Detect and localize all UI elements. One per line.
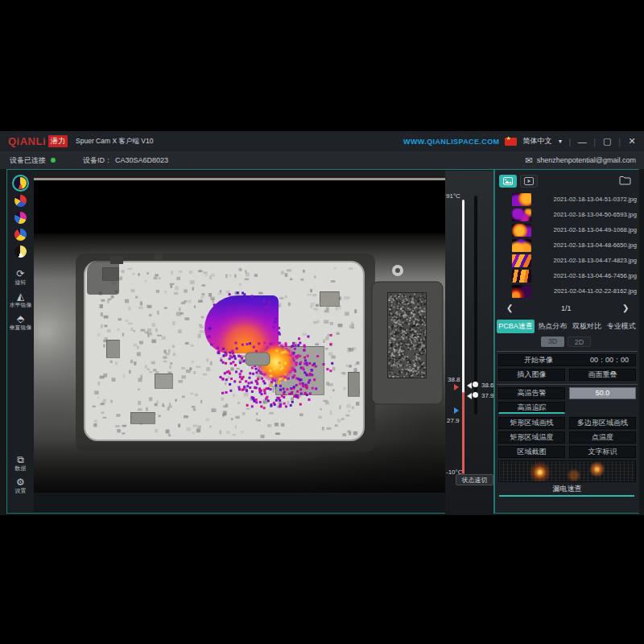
settings-gear-icon: ⚙ <box>7 477 34 487</box>
gallery-row[interactable]: 2021-02-18-13-04-46-7456.jpg <box>500 268 637 283</box>
polygon-region-line-button[interactable]: 多边形区域画线 <box>569 417 636 429</box>
mirror-horizontal-icon: ◭ <box>7 291 34 301</box>
range-high-handle[interactable] <box>473 382 478 387</box>
thumbnail <box>512 208 531 221</box>
mode-3d-button[interactable]: 3D <box>541 336 564 347</box>
data-button[interactable]: ⧉ 数据 <box>7 455 34 473</box>
high-marker-icon[interactable] <box>454 384 459 390</box>
region-screenshot-button[interactable]: 区域截图 <box>498 446 565 458</box>
china-flag-icon <box>505 138 517 146</box>
mirror-vertical-button[interactable]: ⬘ 垂直镜像 <box>7 314 34 332</box>
gallery-row[interactable]: 2021-02-18-13-04-51-0372.jpg <box>500 192 637 207</box>
maximize-button[interactable]: ▢ <box>601 136 613 147</box>
palette-rainbow[interactable] <box>14 195 27 207</box>
rotate-button[interactable]: ⟳ 旋转 <box>7 269 34 287</box>
text-annotation-button[interactable]: 文字标识 <box>569 446 636 458</box>
data-layers-icon: ⧉ <box>7 455 34 464</box>
high-temp-alarm-button[interactable]: 高温告警 <box>498 387 565 399</box>
leakage-quickcheck-button[interactable]: 漏电速查 <box>495 484 639 494</box>
file-name: 2021-02-18-13-04-50-6593.jpg <box>537 211 637 218</box>
frame-overlay-button[interactable]: 画面重叠 <box>569 369 636 381</box>
tab-professional-mode[interactable]: 专业模式 <box>605 320 638 333</box>
state-switch-button[interactable]: 状态速切 <box>456 474 493 485</box>
close-button[interactable]: ✕ <box>626 136 638 147</box>
open-folder-button[interactable] <box>619 175 631 185</box>
palette-iron[interactable] <box>14 177 27 189</box>
file-name: 2021-02-18-13-04-48-6650.jpg <box>537 242 637 249</box>
rect-region-temp-button[interactable]: 矩形区域温度 <box>498 431 565 444</box>
settings-button[interactable]: ⚙ 设置 <box>7 477 34 495</box>
rotate-icon: ⟳ <box>7 269 34 279</box>
video-gallery-tab[interactable] <box>520 175 538 188</box>
status-bar: 设备已连接 设备ID： CA30SA6D8023 ✉ shenzhenpoten… <box>0 151 644 169</box>
scale-track-low[interactable] <box>462 392 464 477</box>
gallery-next-button[interactable]: ❯ <box>622 303 629 312</box>
left-toolbar: ⟳ 旋转 ◭ 水平镜像 ⬘ 垂直镜像 ⧉ 数据 ⚙ 设置 <box>7 170 34 512</box>
video-icon <box>524 177 534 185</box>
image-icon <box>503 177 513 185</box>
thumbnail <box>512 254 531 267</box>
file-name: 2021-02-04-11-02-22-8162.jpg <box>537 287 637 295</box>
alarm-threshold-input[interactable]: 50.0 <box>569 387 636 399</box>
gallery-prev-button[interactable]: ❮ <box>506 303 513 312</box>
gallery-row[interactable]: 2021-02-18-13-04-49-1068.jpg <box>500 222 637 237</box>
range-high-arrow-icon[interactable] <box>467 382 472 389</box>
mode-tabs: PCBA速查 热点分布 双板对比 专业模式 <box>497 320 638 333</box>
brand-badge: 潜力 <box>48 135 68 147</box>
range-low-handle[interactable] <box>473 392 478 398</box>
palette-cool[interactable] <box>14 229 27 241</box>
image-gallery-tab[interactable] <box>499 175 517 188</box>
palette-amber[interactable] <box>14 246 27 258</box>
screen: QiANLi 潜力 Spuer Cam X 客户端 V10 WWW.QIANLI… <box>0 0 644 644</box>
low-marker-icon[interactable] <box>454 407 459 414</box>
website-link[interactable]: WWW.QIANLISPACE.COM <box>403 138 499 146</box>
connection-status: 设备已连接 <box>10 155 46 166</box>
gallery-row[interactable]: 2021-02-04-11-02-22-8162.jpg <box>500 283 637 299</box>
record-row[interactable]: 开始录像 00：00：00 <box>498 354 636 366</box>
record-timer: 00：00：00 <box>578 355 635 365</box>
low-marker-label: 27.9 <box>447 417 460 424</box>
scale-max-label: 91°C <box>446 192 460 200</box>
gallery-row[interactable]: 2021-02-18-13-04-47-4823.jpg <box>500 253 637 268</box>
thumbnail <box>512 285 531 298</box>
app-window: QiANLi 潜力 Spuer Cam X 客户端 V10 WWW.QIANLI… <box>0 131 644 515</box>
tab-hotspot-distribution[interactable]: 热点分布 <box>536 320 569 333</box>
tab-dual-board-compare[interactable]: 双板对比 <box>571 320 604 333</box>
file-name: 2021-02-18-13-04-51-0372.jpg <box>537 196 637 203</box>
range-low-arrow-icon[interactable] <box>467 393 472 399</box>
thermal-image-view[interactable] <box>34 171 445 493</box>
chevron-down-icon[interactable]: ▼ <box>557 138 563 144</box>
record-button[interactable]: 开始录像 <box>499 355 578 365</box>
settings-label: 设置 <box>8 487 32 494</box>
point-temp-button[interactable]: 点温度 <box>569 431 636 444</box>
rotate-label: 旋转 <box>8 279 32 286</box>
brand-logo: QiANLi <box>8 135 46 147</box>
thumbnail <box>512 224 531 237</box>
mirror-horizontal-button[interactable]: ◭ 水平镜像 <box>7 291 34 309</box>
account-email: shenzhenpotential@gmail.com <box>537 156 636 164</box>
temperature-scale: 91°C -10°C 38.8 27.9 38.6 37.9 状态速切 <box>445 171 493 514</box>
file-name: 2021-02-18-13-04-46-7456.jpg <box>537 272 637 279</box>
language-selector[interactable]: 简体中文 <box>522 136 551 147</box>
tab-pcba-quickcheck[interactable]: PCBA速查 <box>497 320 535 333</box>
right-panel: 2021-02-18-13-04-51-0372.jpg 2021-02-18-… <box>495 170 639 513</box>
thumbnail <box>512 239 531 252</box>
mode-2d-button[interactable]: 2D <box>568 336 591 347</box>
high-temp-tracking-button[interactable]: 高温追踪 <box>498 402 565 414</box>
file-name: 2021-02-18-13-04-49-1068.jpg <box>537 226 637 233</box>
separator <box>497 351 638 352</box>
mirror-horizontal-label: 水平镜像 <box>8 301 32 308</box>
leakage-banner-image[interactable] <box>498 460 636 482</box>
high-marker-label: 38.8 <box>448 376 460 383</box>
rect-region-line-button[interactable]: 矩形区域画线 <box>498 417 565 429</box>
leakage-underline <box>499 495 634 497</box>
mail-icon: ✉ <box>526 155 533 166</box>
gallery-row[interactable]: 2021-02-18-13-04-50-6593.jpg <box>500 207 637 222</box>
gallery-row[interactable]: 2021-02-18-13-04-48-6650.jpg <box>500 237 637 253</box>
insert-image-button[interactable]: 插入图像 <box>498 369 565 381</box>
palette-spectrum[interactable] <box>14 212 27 224</box>
title-bar: QiANLi 潜力 Spuer Cam X 客户端 V10 WWW.QIANLI… <box>0 131 644 152</box>
device-id-label: 设备ID： <box>83 155 112 166</box>
minimize-button[interactable]: — <box>576 137 588 147</box>
folder-icon <box>619 175 631 185</box>
